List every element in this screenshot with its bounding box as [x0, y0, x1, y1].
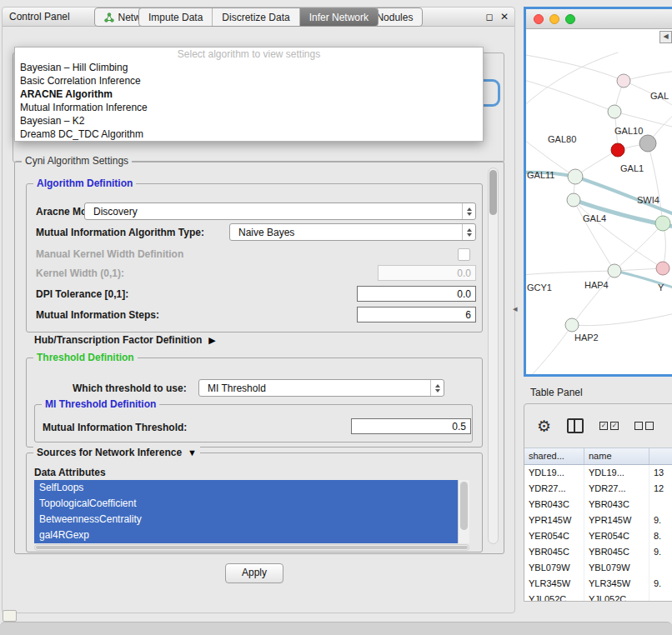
algorithm-option-basic-correlation-inference[interactable]: Basic Correlation Inference — [15, 74, 483, 88]
table-settings-gear-icon[interactable]: ⚙ — [537, 418, 551, 434]
network-edge — [526, 79, 614, 112]
minimized-panel-icon[interactable] — [3, 610, 17, 622]
table-cell: 12 — [649, 481, 672, 497]
node-label-swi4: SWI4 — [637, 195, 659, 205]
algorithm-option-mutual-information-inference[interactable]: Mutual Information Inference — [15, 101, 483, 114]
mi-algorithm-type-select[interactable]: Naive Bayes — [229, 223, 476, 241]
node-label-gal11: GAL11 — [527, 170, 554, 180]
bottom-tab-infer-network[interactable]: Infer Network — [299, 8, 378, 26]
algorithm-option-bayesian-k2[interactable]: Bayesian – K2 — [15, 114, 483, 128]
table-body: YDL19...YDL19...13YDR27...YDR27...12YBR0… — [524, 465, 672, 601]
network-canvas[interactable]: GALGAL80GAL10GAL11GAL1SWI4GAL4GCY1HAP4YH… — [526, 29, 672, 374]
table-cell: YBL079W — [584, 560, 649, 576]
table-row[interactable]: YDR27...YDR27...12 — [524, 481, 672, 497]
sources-expander[interactable]: Sources for Network Inference ▼ — [33, 447, 200, 458]
network-node-gal11[interactable] — [568, 169, 583, 184]
table-row[interactable]: YJL052CYJL052C — [524, 592, 672, 601]
list-hscrollbar-thumb[interactable] — [36, 546, 468, 549]
canvas-corner-toggle[interactable]: ◀ — [659, 31, 672, 43]
traffic-light-zoom[interactable] — [565, 14, 575, 24]
bottom-tab-discretize-data[interactable]: Discretize Data — [212, 8, 298, 26]
attribute-item-betweennesscentrality[interactable]: BetweennessCentrality — [34, 512, 459, 528]
list-vertical-scrollbar[interactable] — [458, 480, 469, 543]
network-node-red[interactable] — [611, 143, 624, 157]
data-attributes-list: SelfLoopsTopologicalCoefficientBetweenne… — [34, 480, 469, 543]
network-node-hap4[interactable] — [608, 264, 621, 278]
table-row[interactable]: YPR145WYPR145W9. — [524, 512, 672, 528]
table-panel-title: Table Panel — [530, 387, 583, 398]
traffic-light-close[interactable] — [534, 14, 544, 24]
mi-threshold-field[interactable] — [351, 418, 471, 434]
algorithm-placeholder-option[interactable]: Select algorithm to view settings — [15, 48, 483, 61]
select-all-icon[interactable]: ✓✓ — [599, 422, 619, 430]
network-node-gray[interactable] — [639, 135, 656, 152]
kernel-width-field[interactable] — [378, 265, 476, 281]
table-cell: YBR043C — [584, 497, 649, 512]
table-row[interactable]: YDL19...YDL19...13 — [524, 465, 672, 481]
traffic-light-minimize[interactable] — [549, 14, 559, 24]
collapsed-arrow-icon: ▶ — [208, 335, 215, 346]
table-row[interactable]: YBR045CYBR045C9. — [524, 544, 672, 560]
network-edge — [526, 52, 618, 108]
dpi-tolerance-field[interactable] — [357, 286, 476, 302]
table-cell: YDL19... — [524, 465, 584, 481]
attribute-item-selfloops[interactable]: SelfLoops — [34, 480, 459, 496]
network-node-pink-right[interactable] — [656, 262, 669, 275]
network-edge — [614, 268, 663, 271]
table-cell — [649, 560, 672, 576]
attribute-item-gal4rgexp[interactable]: gal4RGexp — [34, 528, 459, 543]
apply-button[interactable]: Apply — [225, 563, 283, 583]
node-label-gal1: GAL1 — [620, 163, 644, 173]
which-threshold-select[interactable]: MI Threshold — [198, 379, 444, 397]
algorithm-option-aracne-algorithm[interactable]: ARACNE Algorithm — [15, 88, 483, 101]
deselect-all-icon[interactable] — [634, 422, 654, 430]
manual-kernel-width-checkbox[interactable] — [458, 248, 470, 261]
kernel-width-label: Kernel Width (0,1): — [36, 268, 124, 279]
splitter-collapse-icon[interactable]: ◂ — [513, 303, 518, 314]
column-header-1[interactable]: name — [584, 448, 649, 464]
checked-box-icon: ✓ — [599, 422, 608, 430]
algorithm-option-bayesian-hill-climbing[interactable]: Bayesian – Hill Climbing — [15, 61, 483, 74]
table-cell: YDL19... — [584, 465, 649, 481]
network-graph: GALGAL80GAL10GAL11GAL1SWI4GAL4GCY1HAP4YH… — [526, 29, 672, 374]
network-node-gal4[interactable] — [567, 193, 580, 207]
table-cell: 9. — [649, 544, 672, 560]
mi-algorithm-type-value: Naive Bayes — [230, 227, 462, 238]
network-node-green-upper[interactable] — [608, 105, 621, 118]
algorithm-dropdown-popup: Select algorithm to view settingsBayesia… — [14, 47, 484, 142]
data-attributes-items: SelfLoopsTopologicalCoefficientBetweenne… — [34, 480, 469, 543]
column-header-2[interactable] — [649, 448, 672, 464]
settings-scrollbar-thumb[interactable] — [489, 170, 497, 215]
table-row[interactable]: YBR043CYBR043C — [524, 497, 672, 512]
mi-steps-field[interactable] — [357, 307, 476, 322]
sources-title: Sources for Network Inference — [37, 447, 182, 458]
list-scrollbar-thumb[interactable] — [460, 482, 468, 530]
expanded-arrow-icon: ▼ — [188, 448, 197, 458]
settings-vertical-scrollbar[interactable] — [488, 168, 499, 544]
column-header-0[interactable]: shared... — [524, 448, 584, 464]
table-cell — [649, 497, 672, 512]
table-cell: YPR145W — [584, 512, 649, 528]
network-node-green-right[interactable] — [655, 216, 670, 231]
list-horizontal-scrollbar[interactable] — [34, 544, 469, 551]
hub-definition-expander[interactable]: Hub/Transcription Factor Definition ▶ — [34, 334, 216, 346]
table-row[interactable]: YLR345WYLR345W9. — [524, 576, 672, 592]
column-management-icon[interactable] — [567, 418, 584, 433]
table-row[interactable]: YBL079WYBL079W — [524, 560, 672, 576]
tab-label: Infer Network — [309, 12, 369, 23]
table-row[interactable]: YER054CYER054C8. — [524, 528, 672, 544]
attribute-item-topologicalcoefficient[interactable]: TopologicalCoefficient — [34, 496, 459, 512]
collapsed-bottom-bar[interactable] — [0, 622, 672, 635]
network-edge — [572, 271, 614, 325]
table-cell — [649, 592, 672, 601]
network-edge — [526, 54, 624, 81]
bottom-tab-impute-data[interactable]: Impute Data — [139, 8, 212, 26]
manual-kernel-width-label: Manual Kernel Width Definition — [36, 248, 183, 260]
network-node-pink-top[interactable] — [617, 74, 630, 88]
which-threshold-value: MI Threshold — [199, 382, 430, 394]
algorithm-option-dream8-dc-tdc-algorithm[interactable]: Dream8 DC_TDC Algorithm — [15, 128, 483, 141]
aracne-mode-select[interactable]: Discovery — [84, 202, 476, 220]
network-window-titlebar[interactable] — [526, 9, 672, 29]
settings-group-title: Cyni Algorithm Settings — [22, 155, 132, 167]
network-node-hap2[interactable] — [565, 318, 579, 332]
